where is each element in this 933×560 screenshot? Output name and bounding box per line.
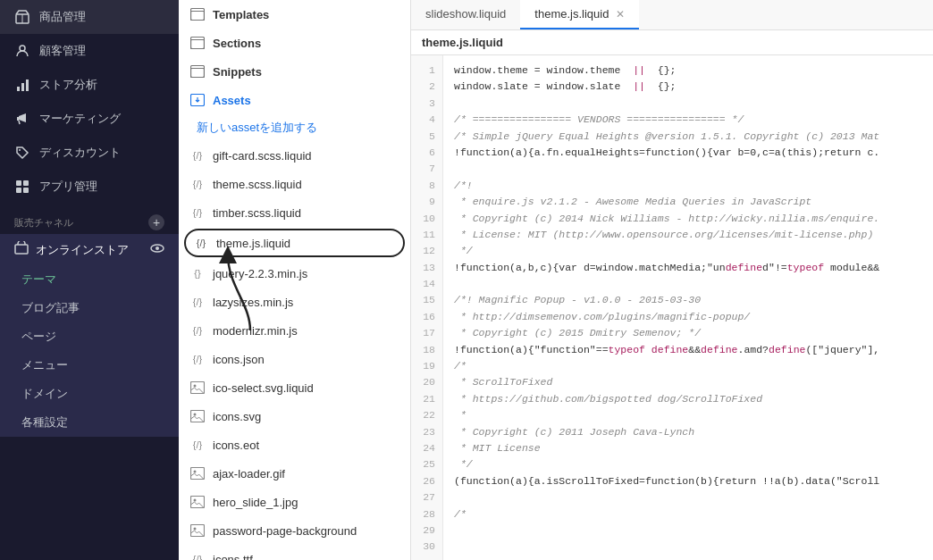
svg-rect-19 (191, 69, 205, 78)
file-label: theme.js.liquid (216, 237, 396, 250)
svg-rect-18 (191, 66, 205, 78)
sidebar-item-label: 商品管理 (39, 9, 86, 25)
svg-rect-17 (191, 40, 205, 49)
file-label: hero_slide_1.jpg (213, 496, 399, 509)
grid-icon (14, 179, 30, 195)
code-content[interactable]: window.theme = window.theme || {}; windo… (443, 55, 933, 560)
file-label: jquery-2.2.3.min.js (213, 267, 399, 280)
sidebar-item-blog[interactable]: ブログ記事 (0, 294, 179, 322)
file-jquery[interactable]: {} jquery-2.2.3.min.js (179, 259, 410, 288)
folder-download-icon (189, 92, 206, 108)
online-store-header[interactable]: オンラインストア (0, 234, 179, 265)
code-icon: {/} (189, 351, 206, 367)
svg-rect-16 (191, 38, 205, 49)
folder-sections[interactable]: Sections (179, 29, 410, 57)
image-icon (189, 465, 206, 481)
file-modernizr[interactable]: {/} modernizr.min.js (179, 316, 410, 345)
file-label: ajax-loader.gif (213, 467, 399, 481)
file-icons-svg[interactable]: icons.svg (179, 402, 410, 430)
store-icon (14, 241, 29, 258)
sidebar-item-customers[interactable]: 顧客管理 (0, 34, 179, 68)
file-label: icons.eot (213, 439, 399, 452)
svg-rect-3 (17, 87, 20, 91)
main-area: Templates Sections Snippets (179, 0, 933, 560)
add-asset-link[interactable]: 新しいassetを追加する (179, 114, 410, 141)
folder-snippets[interactable]: Snippets (179, 57, 410, 86)
svg-rect-15 (191, 12, 205, 21)
tab-slideshow[interactable]: slideshow.liquid (411, 0, 520, 29)
image-icon (189, 408, 206, 424)
code-area[interactable]: 1234567891011121314151617181920212223242… (411, 55, 933, 560)
folder-icon (189, 6, 206, 22)
folder-templates[interactable]: Templates (179, 0, 410, 29)
online-store-label: オンラインストア (36, 242, 129, 258)
file-gift-card[interactable]: {/} gift-card.scss.liquid (179, 141, 410, 170)
file-ajax-loader[interactable]: ajax-loader.gif (179, 459, 410, 488)
file-label: icons.svg (213, 410, 399, 423)
svg-rect-9 (16, 188, 21, 193)
folder-assets[interactable]: Assets (179, 86, 410, 114)
tab-label: slideshow.liquid (425, 7, 506, 21)
svg-point-6 (19, 149, 21, 151)
svg-rect-7 (16, 180, 21, 186)
snippets-label: Snippets (213, 65, 399, 79)
svg-rect-5 (26, 79, 29, 91)
file-label: icons.json (213, 353, 399, 366)
sidebar-item-analytics[interactable]: ストア分析 (0, 68, 179, 102)
editor-filename: theme.js.liquid (411, 30, 933, 55)
code-icon: {/} (193, 235, 209, 251)
image-icon (189, 380, 206, 396)
code-icon: {/} (189, 294, 206, 310)
svg-rect-4 (21, 83, 24, 91)
add-sales-channel-button[interactable]: + (148, 214, 164, 230)
sidebar-item-menu[interactable]: メニュー (0, 351, 179, 380)
svg-point-30 (194, 528, 197, 531)
templates-label: Templates (213, 8, 399, 21)
file-icons-eot[interactable]: {/} icons.eot (179, 430, 410, 459)
svg-point-28 (194, 499, 197, 502)
svg-point-26 (194, 471, 197, 473)
file-label: lazysizes.min.js (213, 296, 399, 309)
line-numbers: 1234567891011121314151617181920212223242… (411, 55, 443, 560)
file-icons-ttf[interactable]: {/} icons.ttf (179, 545, 410, 560)
file-icons-json[interactable]: {/} icons.json (179, 345, 410, 373)
file-label: timber.scss.liquid (213, 206, 399, 220)
sidebar-item-page[interactable]: ページ (0, 322, 179, 351)
image-icon (189, 522, 206, 539)
close-tab-button[interactable]: ✕ (616, 8, 625, 21)
svg-point-24 (194, 414, 197, 416)
sidebar-nav: 商品管理 顧客管理 ストア分析 マーケティング (0, 0, 179, 560)
sidebar-item-discount[interactable]: ディスカウント (0, 136, 179, 170)
file-theme-scss[interactable]: {/} theme.scss.liquid (179, 170, 410, 198)
file-hero-slide[interactable]: hero_slide_1.jpg (179, 488, 410, 516)
box-icon (14, 9, 30, 25)
sidebar-item-label: 顧客管理 (39, 43, 86, 59)
file-label: theme.scss.liquid (213, 178, 399, 191)
code-icon: {/} (189, 322, 206, 339)
file-label: password-page-background (213, 524, 399, 538)
tab-theme-js[interactable]: theme.js.liquid ✕ (520, 0, 639, 29)
file-ico-select[interactable]: ico-select.svg.liquid (179, 373, 410, 402)
svg-rect-14 (191, 9, 205, 21)
code-icon: {/} (189, 551, 206, 560)
sidebar-item-domain[interactable]: ドメイン (0, 380, 179, 408)
svg-rect-8 (23, 180, 29, 186)
file-timber-scss[interactable]: {/} timber.scss.liquid (179, 198, 410, 227)
tag-icon (14, 145, 30, 161)
file-lazysizes[interactable]: {/} lazysizes.min.js (179, 288, 410, 316)
sections-label: Sections (213, 37, 399, 50)
code-editor: slideshow.liquid theme.js.liquid ✕ theme… (411, 0, 933, 560)
sidebar-item-apps[interactable]: アプリ管理 (0, 170, 179, 204)
file-password-bg[interactable]: password-page-background (179, 516, 410, 545)
file-theme-js[interactable]: {/} theme.js.liquid (184, 229, 405, 257)
file-label: modernizr.min.js (213, 324, 399, 338)
sidebar-item-theme[interactable]: テーマ (0, 265, 179, 294)
sidebar-item-settings[interactable]: 各種設定 (0, 408, 179, 437)
sidebar-item-label: マーケティング (39, 111, 121, 127)
code-icon: {/} (189, 147, 206, 163)
file-label: icons.ttf (213, 553, 399, 561)
megaphone-icon (14, 111, 30, 127)
sidebar-item-marketing[interactable]: マーケティング (0, 102, 179, 136)
image-icon (189, 494, 206, 510)
sidebar-item-products[interactable]: 商品管理 (0, 0, 179, 34)
